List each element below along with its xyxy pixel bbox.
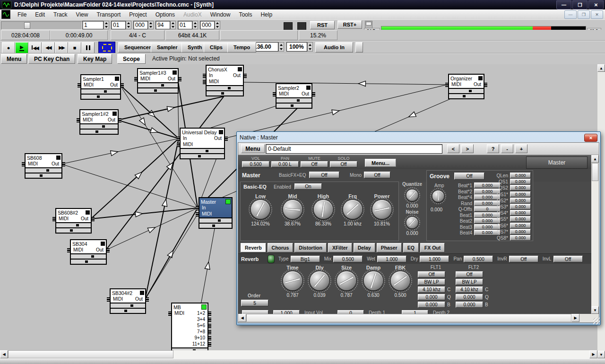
spinner-buttons[interactable] xyxy=(148,21,154,29)
toolbar-square-button-2[interactable] xyxy=(297,22,306,30)
input-port-icon[interactable] xyxy=(203,80,206,84)
preset-field[interactable]: 0-Default xyxy=(266,144,442,154)
fx-tab-phaser[interactable]: Phaser xyxy=(377,243,402,252)
fx-tab-eq[interactable]: EQ xyxy=(403,243,419,252)
order-value-button[interactable]: 5 xyxy=(241,300,268,306)
input-port-icon[interactable] xyxy=(52,217,55,221)
play-button[interactable]: ▶ xyxy=(15,42,28,53)
param-value-button[interactable]: 1.000 xyxy=(377,256,406,262)
position-input[interactable]: 000 xyxy=(200,21,215,29)
input-port-icon[interactable] xyxy=(203,74,206,78)
clipped-value-button[interactable]: 0 xyxy=(337,310,364,314)
filter-value-button[interactable]: Off xyxy=(456,271,483,277)
clipped-value-button[interactable] xyxy=(242,310,268,314)
output-port-icon[interactable] xyxy=(107,248,110,252)
resize-grip[interactable] xyxy=(593,318,600,324)
knob-power[interactable] xyxy=(372,200,391,219)
rst-plus-button[interactable]: RST+ xyxy=(337,20,362,29)
fx-tab-delay[interactable]: Delay xyxy=(354,243,375,252)
knob-damp[interactable] xyxy=(364,271,383,290)
output-port-icon[interactable] xyxy=(146,297,149,302)
slider-thumb[interactable] xyxy=(24,22,30,29)
menu-item-track[interactable]: Track xyxy=(49,11,72,18)
menu-item-audiox[interactable]: AudioX xyxy=(179,11,206,18)
filter-value-button[interactable]: 4.10 khz xyxy=(456,286,483,293)
knob-high[interactable] xyxy=(314,200,333,219)
plugin-close-button[interactable]: ✕ xyxy=(584,134,597,142)
quantize-knob[interactable] xyxy=(406,190,418,201)
rewind-button[interactable]: ◀◀ xyxy=(42,42,55,53)
input-port-icon[interactable] xyxy=(273,92,276,96)
skip-start-button[interactable]: ◀◀ xyxy=(28,42,42,53)
output-port-icon[interactable] xyxy=(62,162,65,166)
scroll-right-button[interactable]: ▶ xyxy=(589,350,597,358)
mode-button-tempo[interactable]: Tempo xyxy=(227,42,256,52)
knob-mid[interactable] xyxy=(283,200,302,219)
input-port-icon[interactable] xyxy=(196,212,199,217)
node-value-bar[interactable] xyxy=(172,347,207,350)
knob-dly[interactable] xyxy=(310,271,329,290)
spinner-buttons[interactable] xyxy=(192,21,198,29)
mode-button-sampler[interactable]: Sampler xyxy=(151,42,183,52)
output-port-icon[interactable] xyxy=(121,83,124,87)
node-value-bar[interactable] xyxy=(199,223,232,228)
node-universal-delay[interactable]: Universal DelayInOutMIDI xyxy=(180,128,225,159)
menu-item-project[interactable]: Project xyxy=(125,11,151,18)
node-sb304-2[interactable]: SB304#2MIDIOut xyxy=(110,288,146,314)
close-button[interactable]: ✕ xyxy=(588,0,604,9)
output-port-icon[interactable] xyxy=(208,312,211,316)
menu-item-transport[interactable]: Transport xyxy=(92,11,125,18)
qs-value-button[interactable]: 0.000 xyxy=(510,185,531,191)
node-value-bar[interactable] xyxy=(138,82,178,87)
node-value-bar[interactable] xyxy=(80,123,118,129)
hscroll-thumb[interactable] xyxy=(8,350,173,358)
plugin-hscroll-thumb[interactable] xyxy=(246,314,571,322)
tempo-spinner[interactable] xyxy=(278,42,284,52)
fx-tab-chorus[interactable]: Chorus xyxy=(268,243,294,252)
loop-button[interactable] xyxy=(98,42,115,54)
output-port-icon[interactable] xyxy=(179,77,182,81)
qs-value-button[interactable]: 0.000 xyxy=(510,179,531,184)
node-value-bar[interactable] xyxy=(26,167,61,173)
param-value-button[interactable]: Big1 xyxy=(291,256,320,262)
node-value-bar[interactable] xyxy=(199,217,232,223)
qs-value-button[interactable]: 0.000 xyxy=(510,204,531,209)
output-port-icon[interactable] xyxy=(208,342,211,347)
node-chorusx[interactable]: ChorusXInOutMIDI xyxy=(206,65,244,96)
node-master[interactable]: MasterInMIDI xyxy=(199,197,233,229)
input-port-icon[interactable] xyxy=(177,143,180,147)
output-port-icon[interactable] xyxy=(484,83,487,87)
pause-button[interactable] xyxy=(81,42,95,53)
menu-item-edit[interactable]: Edit xyxy=(31,11,49,18)
plugin-horizontal-scrollbar[interactable]: ◀ ▶ xyxy=(238,314,599,322)
mdi-close-button[interactable]: ✕ xyxy=(591,10,603,19)
panel-button-menu[interactable]: Menu xyxy=(1,54,27,64)
input-port-icon[interactable] xyxy=(196,206,199,210)
panel-button-scope[interactable]: Scope xyxy=(117,54,146,64)
qs-value-button[interactable]: 0.000 xyxy=(510,210,531,216)
output-port-icon[interactable] xyxy=(225,137,228,141)
param-value-button[interactable]: 0.500 xyxy=(464,256,493,262)
spinner-buttons[interactable] xyxy=(104,21,109,29)
param-value-button[interactable]: Off xyxy=(509,256,538,262)
help-button[interactable]: ? xyxy=(487,144,499,153)
filter-value-button[interactable]: 4.10 khz xyxy=(418,286,445,293)
clipped-value-button[interactable]: 1.000 xyxy=(273,310,300,314)
knob-fbk[interactable] xyxy=(391,271,410,290)
knob-frq[interactable] xyxy=(343,200,362,219)
scroll-left-button[interactable]: ◀ xyxy=(0,350,8,358)
input-port-icon[interactable] xyxy=(77,118,79,122)
qs-value-button[interactable]: 0.000 xyxy=(510,216,531,222)
input-port-icon[interactable] xyxy=(445,83,448,87)
eq-enabled-button[interactable]: On xyxy=(294,183,322,190)
output-port-icon[interactable] xyxy=(208,318,211,322)
menu-item-view[interactable]: View xyxy=(72,11,93,18)
scroll-up-button[interactable]: ▲ xyxy=(597,64,605,72)
plugin-vscroll-thumb[interactable] xyxy=(592,163,598,181)
node-organizer[interactable]: OrganizerMIDIOut xyxy=(448,74,484,99)
node-sampler1-2[interactable]: Sampler1#2MIDIOut xyxy=(79,109,119,135)
node-value-bar[interactable] xyxy=(207,85,243,90)
restore-button[interactable]: ❐ xyxy=(572,0,588,9)
rst-button[interactable]: RST xyxy=(310,21,335,29)
meter-range-thumb[interactable] xyxy=(366,22,372,26)
